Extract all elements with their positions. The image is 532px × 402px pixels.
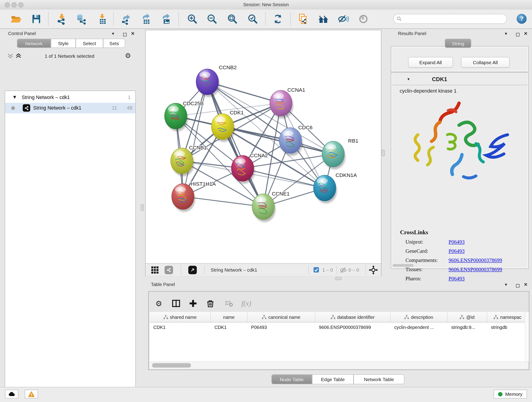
delete-table-icon[interactable]: [222, 297, 235, 310]
move-crosshair-icon[interactable]: [369, 265, 378, 276]
crosslink-link[interactable]: P06493: [449, 239, 465, 245]
warning-icon: [28, 391, 35, 397]
network-edge[interactable]: [222, 127, 333, 154]
split-columns-icon[interactable]: [169, 297, 183, 310]
tab-select[interactable]: Select: [76, 39, 103, 48]
network-view[interactable]: CCNB2CCNA1CDC25BCDK1CDC6RB1CCNB1CCNA2CDK…: [145, 30, 381, 276]
tab-sets[interactable]: Sets: [103, 39, 125, 48]
memory-button[interactable]: Memory: [494, 390, 527, 399]
tab-edge-table[interactable]: Edge Table: [312, 374, 354, 384]
expand-all-button[interactable]: Expand All: [408, 57, 453, 68]
divider: [181, 265, 181, 274]
table-column-header[interactable]: database identifier: [315, 312, 391, 322]
open-session-icon[interactable]: [10, 13, 22, 25]
protein-structure-image: [403, 99, 515, 188]
network-edge[interactable]: [183, 82, 207, 197]
table-cell[interactable]: stringdb:9...: [447, 325, 487, 330]
network-node[interactable]: CDC6: [279, 124, 312, 156]
panel-close-icon[interactable]: ✕: [524, 282, 527, 287]
panel-menu-icon[interactable]: ▾: [112, 31, 114, 36]
table-cell[interactable]: 9606.ENSP00000378699: [315, 325, 391, 330]
birdseye-view-icon[interactable]: [188, 266, 197, 274]
table-column-header[interactable]: @id: [447, 312, 487, 322]
table-cell[interactable]: CDK1: [211, 325, 247, 330]
network-node[interactable]: CCNE1: [252, 191, 290, 222]
panel-close-icon[interactable]: ✕: [524, 31, 527, 36]
tab-node-table[interactable]: Node Table: [272, 374, 312, 384]
table-horizontal-scrollbar[interactable]: [150, 361, 528, 369]
table-column-header[interactable]: namespac: [487, 312, 528, 322]
warning-button[interactable]: [25, 390, 38, 399]
network-collection-row[interactable]: ▼ String Network – cdk1 1: [5, 92, 135, 103]
hidden-eye-icon[interactable]: [340, 266, 347, 275]
tab-style[interactable]: Style: [51, 39, 76, 48]
table-column-header[interactable]: description: [390, 312, 447, 322]
network-options-gear-icon[interactable]: ⚙: [125, 51, 131, 60]
table-cell[interactable]: cyclin-dependent ...: [390, 325, 447, 330]
collapse-all-button[interactable]: Collapse All: [461, 57, 510, 68]
import-network-database-icon[interactable]: [75, 13, 88, 25]
table-vertical-scrollbar[interactable]: [525, 312, 529, 361]
save-session-icon[interactable]: [30, 13, 42, 25]
table-options-gear-icon[interactable]: ⚙: [152, 297, 165, 310]
network-row[interactable]: String Network – cdk1 11 48: [5, 103, 135, 114]
export-network-icon[interactable]: [120, 13, 132, 25]
network-node[interactable]: CCNB2: [196, 64, 237, 97]
table-column-header[interactable]: canonical name: [247, 312, 315, 322]
table-cell[interactable]: CDK1: [150, 325, 211, 330]
help-button[interactable]: ?: [517, 14, 526, 24]
table-cell[interactable]: stringdb: [487, 325, 528, 330]
gene-card-header[interactable]: ▾ CDK1: [392, 74, 527, 85]
collection-expand-icon[interactable]: ▼: [13, 95, 16, 99]
network-node[interactable]: CCNA1: [270, 87, 305, 119]
crosslink-link[interactable]: P06493: [449, 248, 465, 254]
clone-network-icon[interactable]: [297, 13, 309, 25]
function-builder-icon[interactable]: f(x): [239, 297, 253, 310]
zoom-in-icon[interactable]: [186, 13, 198, 25]
table-column-header[interactable]: name: [211, 312, 247, 322]
delete-column-trash-icon[interactable]: [204, 297, 217, 310]
export-table-icon[interactable]: [140, 13, 152, 25]
panel-menu-icon[interactable]: ▾: [505, 31, 507, 36]
search-input[interactable]: [404, 16, 507, 22]
grid-view-icon[interactable]: [151, 266, 159, 275]
panel-float-icon[interactable]: [123, 32, 127, 38]
hide-graphics-details-icon[interactable]: [337, 13, 349, 25]
tab-network[interactable]: Network: [17, 39, 51, 48]
import-network-file-icon[interactable]: [56, 13, 68, 25]
zoom-out-icon[interactable]: [206, 13, 218, 25]
gene-collapse-icon[interactable]: ▾: [408, 77, 410, 82]
network-node[interactable]: CDKN1A: [313, 172, 357, 204]
import-table-icon[interactable]: [96, 13, 108, 25]
zoom-selected-icon[interactable]: [247, 13, 259, 25]
panel-close-icon[interactable]: ✕: [131, 31, 135, 36]
tab-network-table[interactable]: Network Table: [354, 374, 404, 384]
network-node[interactable]: HIST1H1A: [172, 181, 216, 212]
network-node[interactable]: RB1: [322, 138, 358, 169]
table-cell[interactable]: P06493: [247, 325, 315, 330]
network-edge[interactable]: [207, 82, 263, 207]
scrollbar-thumb[interactable]: [152, 363, 191, 368]
add-column-icon[interactable]: [186, 297, 200, 310]
table-row[interactable]: CDK1CDK1P064939606.ENSP00000378699cyclin…: [150, 322, 528, 332]
selected-checkbox-icon[interactable]: [313, 267, 319, 274]
splitter-grip[interactable]: [141, 204, 144, 211]
collapse-all-networks-icon[interactable]: [7, 53, 13, 60]
share-network-icon[interactable]: [165, 266, 173, 274]
panel-float-icon[interactable]: [516, 32, 519, 38]
refresh-view-icon[interactable]: [272, 13, 284, 25]
zoom-fit-icon[interactable]: [226, 13, 239, 25]
network-overview-icon[interactable]: [317, 13, 329, 25]
panel-float-icon[interactable]: [516, 283, 519, 289]
cloud-status-button[interactable]: [5, 390, 18, 399]
search-field[interactable]: [393, 14, 507, 24]
export-image-icon[interactable]: [160, 13, 172, 25]
panel-menu-icon[interactable]: ▾: [505, 282, 507, 287]
results-hscrollbar[interactable]: [393, 264, 413, 267]
crosslink-link[interactable]: 9606.ENSP00000378699: [449, 266, 502, 273]
crosslink-link[interactable]: 9606.ENSP00000378699: [449, 257, 502, 263]
eye-icon[interactable]: [357, 13, 369, 25]
network-canvas[interactable]: CCNB2CCNA1CDC25BCDK1CDC6RB1CCNB1CCNA2CDK…: [146, 30, 381, 263]
tab-string[interactable]: String: [445, 39, 471, 48]
table-column-header[interactable]: shared name: [150, 312, 211, 322]
